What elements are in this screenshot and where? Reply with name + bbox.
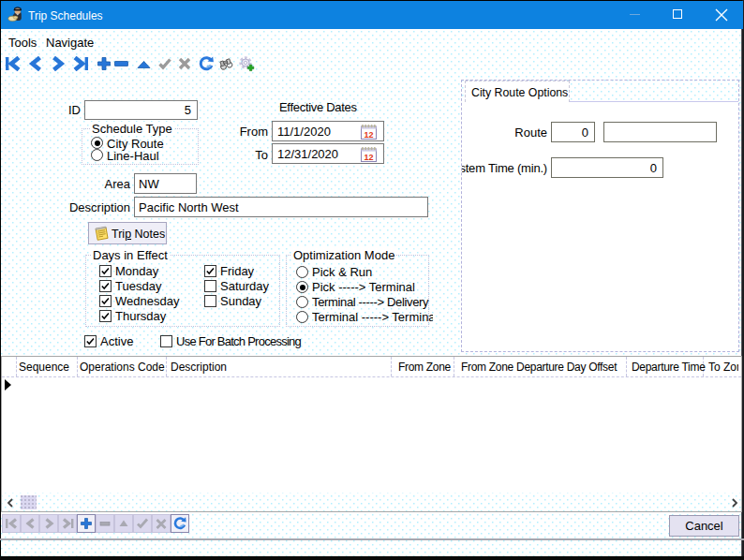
svg-text:12: 12 xyxy=(365,153,374,162)
svg-text:12: 12 xyxy=(365,130,374,140)
